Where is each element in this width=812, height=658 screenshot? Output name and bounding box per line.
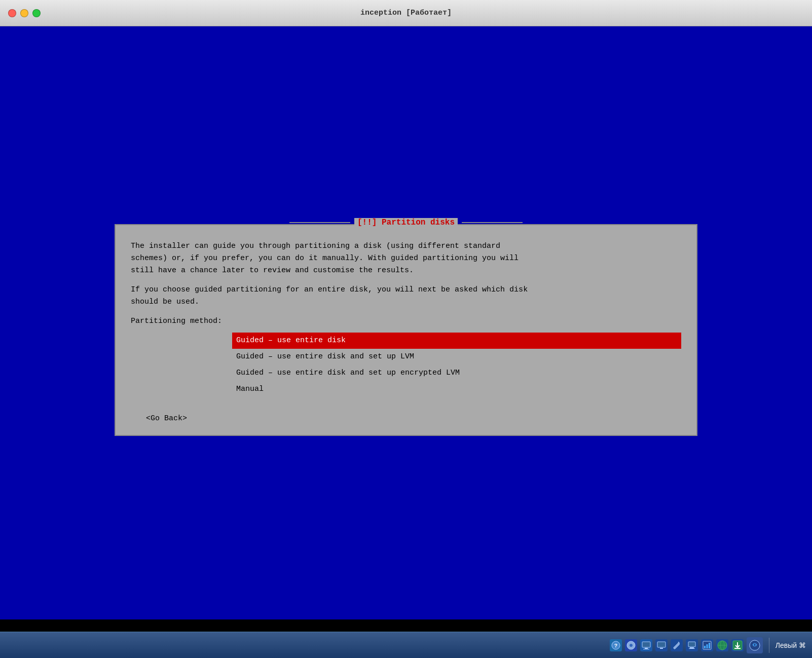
svg-rect-15 <box>709 643 710 648</box>
tray-icon-10[interactable] <box>747 637 763 653</box>
cd-icon <box>626 641 636 650</box>
download-icon <box>732 640 743 650</box>
svg-rect-20 <box>734 648 741 649</box>
help-icon: ? <box>611 641 620 650</box>
svg-rect-8 <box>660 648 663 649</box>
tray-icon-2[interactable] <box>625 639 637 651</box>
tray-separator <box>769 638 769 653</box>
options-list: Guided – use entire disk Guided – use en… <box>232 333 681 397</box>
globe-icon <box>717 640 728 651</box>
tray-icon-1[interactable]: ? <box>610 639 622 651</box>
wrench-icon <box>672 641 681 650</box>
monitor-icon <box>642 641 651 650</box>
taskbar: ? <box>0 632 812 658</box>
dialog-body: The installer can guide you through part… <box>131 240 681 425</box>
svg-text:?: ? <box>614 643 618 649</box>
go-back-button[interactable]: <Go Back> <box>146 414 187 423</box>
svg-rect-13 <box>704 646 706 648</box>
svg-rect-5 <box>645 648 648 649</box>
tray-icon-7[interactable] <box>701 639 713 651</box>
dialog-title-bar: [!!] Partition disks <box>289 218 523 227</box>
title-line-right <box>462 222 523 223</box>
svg-rect-7 <box>657 642 666 647</box>
maximize-button[interactable] <box>32 9 41 17</box>
titlebar: inception [Работает] <box>0 0 812 26</box>
chart-icon <box>703 641 712 650</box>
svg-rect-10 <box>690 647 694 648</box>
option-manual[interactable]: Manual <box>232 381 681 397</box>
option-guided-encrypted-lvm[interactable]: Guided – use entire disk and set up encr… <box>232 365 681 381</box>
svg-rect-9 <box>688 642 695 647</box>
svg-rect-11 <box>689 648 695 649</box>
settings-icon <box>749 639 761 651</box>
tray-icon-9[interactable] <box>731 639 744 651</box>
description-2: If you choose guided partitioning for an… <box>131 284 681 308</box>
title-line-left <box>289 222 350 223</box>
option-guided-lvm[interactable]: Guided – use entire disk and set up LVM <box>232 349 681 365</box>
svg-rect-4 <box>642 642 650 647</box>
dialog-title: [!!] Partition disks <box>354 218 458 227</box>
description-1: The installer can guide you through part… <box>131 240 681 277</box>
tray-area: ? <box>610 637 763 653</box>
svg-point-22 <box>754 644 756 646</box>
computer-icon <box>687 641 696 650</box>
full-area: [!!] Partition disks The installer can g… <box>0 26 812 658</box>
svg-rect-14 <box>706 644 708 648</box>
main-area: [!!] Partition disks The installer can g… <box>0 26 812 634</box>
tray-icon-5[interactable] <box>671 639 683 651</box>
go-back-area: <Go Back> <box>146 413 681 425</box>
option-guided-entire-disk[interactable]: Guided – use entire disk <box>232 333 681 349</box>
dialog-box: [!!] Partition disks The installer can g… <box>115 224 697 436</box>
network-icon <box>657 641 666 650</box>
svg-point-3 <box>630 644 633 647</box>
taskbar-label: Левый ⌘ <box>776 641 806 649</box>
minimize-button[interactable] <box>20 9 28 17</box>
tray-icon-4[interactable] <box>655 639 668 651</box>
svg-rect-6 <box>643 649 649 649</box>
tray-icon-8[interactable] <box>716 639 728 651</box>
titlebar-buttons <box>8 9 41 17</box>
tray-icon-3[interactable] <box>640 639 652 651</box>
close-button[interactable] <box>8 9 16 17</box>
partitioning-label: Partitioning method: <box>131 315 681 327</box>
tray-icon-6[interactable] <box>686 639 698 651</box>
window-title: inception [Работает] <box>360 9 452 17</box>
